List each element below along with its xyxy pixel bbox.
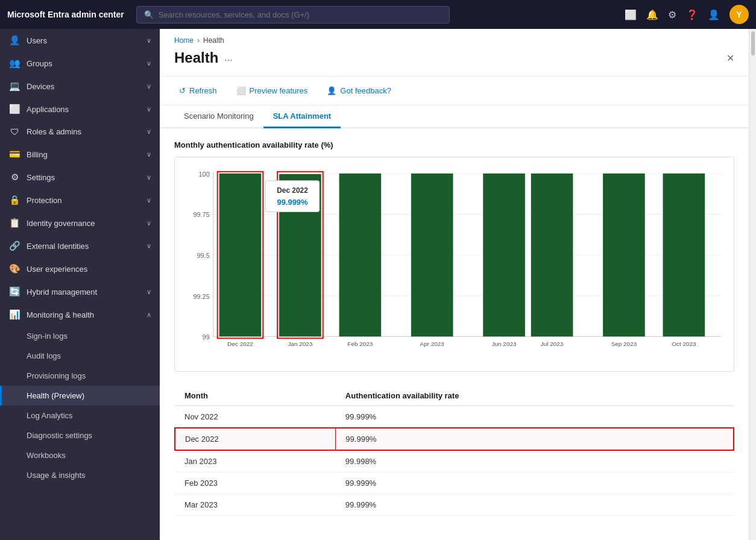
- sidebar-item-roles[interactable]: 🛡 Roles & admins ∨: [0, 121, 160, 143]
- chevron-down-icon: ∨: [146, 288, 151, 296]
- bar-jun2023[interactable]: [483, 174, 525, 336]
- scrollbar-track[interactable]: [749, 29, 756, 540]
- row-month: Jan 2023: [175, 450, 336, 472]
- svg-rect-16: [265, 181, 320, 212]
- bar-sep2023[interactable]: [603, 174, 645, 336]
- sidebar-label-user-exp: User experiences: [27, 265, 151, 274]
- feedback-icon[interactable]: ⬜: [625, 9, 637, 20]
- sidebar-label-groups: Groups: [27, 59, 140, 68]
- page-title: Health: [174, 49, 218, 66]
- chevron-down-icon: ∨: [146, 196, 151, 204]
- table-row-highlighted: Dec 2022 99.999%: [175, 428, 734, 450]
- identity-gov-icon: 📋: [8, 218, 20, 228]
- col-month: Month: [175, 386, 336, 406]
- sidebar-label-identity-gov: Identity governance: [27, 219, 140, 228]
- protection-icon: 🔒: [8, 195, 20, 206]
- sidebar-label-monitoring: Monitoring & health: [27, 310, 140, 319]
- sidebar-item-settings[interactable]: ⚙ Settings ∨: [0, 166, 160, 189]
- tab-sla-attainment[interactable]: SLA Attainment: [263, 105, 341, 128]
- sidebar-item-external[interactable]: 🔗 External Identities ∨: [0, 234, 160, 257]
- bar-feb2023[interactable]: [339, 174, 382, 336]
- sidebar-label-settings: Settings: [27, 173, 140, 182]
- sidebar-subitem-diagnostic-settings[interactable]: Diagnostic settings: [0, 425, 160, 445]
- table-row: Mar 2023 99.999%: [175, 494, 734, 516]
- sidebar-sublabel-diagnostic-settings: Diagnostic settings: [27, 431, 92, 440]
- search-bar[interactable]: 🔍: [136, 6, 450, 24]
- sidebar-item-monitoring[interactable]: 📊 Monitoring & health ∧: [0, 303, 160, 326]
- breadcrumb-home[interactable]: Home: [174, 36, 194, 45]
- sidebar-subitem-provisioning-logs[interactable]: Provisioning logs: [0, 366, 160, 386]
- sidebar-item-hybrid[interactable]: 🔄 Hybrid management ∨: [0, 280, 160, 303]
- feedback-label: Got feedback?: [340, 86, 391, 95]
- sidebar-subitem-usage-insights[interactable]: Usage & insights: [0, 465, 160, 485]
- users-icon: 👤: [8, 35, 20, 46]
- table-row: Nov 2022 99.999%: [175, 406, 734, 428]
- chevron-down-icon: ∨: [146, 83, 151, 90]
- row-month: Mar 2023: [175, 494, 336, 516]
- help-icon[interactable]: ❓: [686, 9, 698, 20]
- sidebar-subitem-audit-logs[interactable]: Audit logs: [0, 346, 160, 366]
- sidebar-item-applications[interactable]: ⬜ Applications ∨: [0, 98, 160, 121]
- svg-text:99: 99: [203, 333, 210, 341]
- bar-apr2023[interactable]: [411, 174, 453, 336]
- search-input[interactable]: [159, 10, 442, 19]
- sidebar-item-groups[interactable]: 👥 Groups ∨: [0, 52, 160, 75]
- devices-icon: 💻: [8, 81, 20, 92]
- toolbar: ↺ Refresh ⬜ Preview features 👤 Got feedb…: [160, 77, 749, 105]
- bar-chart: 100 99.75 99.5 99.25 99: [184, 167, 724, 360]
- sidebar-item-identity-gov[interactable]: 📋 Identity governance ∨: [0, 212, 160, 234]
- breadcrumb-current: Health: [203, 36, 224, 45]
- bar-jul2023[interactable]: [531, 174, 573, 336]
- scrollbar-thumb[interactable]: [751, 31, 755, 55]
- avatar[interactable]: Y: [729, 5, 749, 24]
- chevron-down-icon: ∨: [146, 105, 151, 113]
- row-month: Dec 2022: [175, 428, 336, 450]
- chevron-down-icon: ∨: [146, 37, 151, 45]
- svg-text:Jul 2023: Jul 2023: [541, 341, 564, 347]
- sidebar-subitem-log-analytics[interactable]: Log Analytics: [0, 406, 160, 425]
- feedback-nav-icon: 👤: [327, 86, 336, 95]
- svg-text:Jun 2023: Jun 2023: [492, 341, 517, 347]
- sidebar-sublabel-workbooks: Workbooks: [27, 451, 66, 460]
- chart-container: 100 99.75 99.5 99.25 99: [174, 157, 734, 372]
- sidebar-label-applications: Applications: [27, 105, 140, 114]
- people-icon[interactable]: 👤: [708, 9, 720, 20]
- settings-icon[interactable]: ⚙: [668, 9, 676, 20]
- bar-dec2022[interactable]: [219, 174, 262, 336]
- chart-title: Monthly authentication availability rate…: [174, 140, 734, 149]
- availability-table: Month Authentication availability rate N…: [174, 386, 734, 516]
- svg-text:Jan 2023: Jan 2023: [288, 341, 312, 347]
- svg-text:99.5: 99.5: [197, 252, 210, 259]
- notifications-icon[interactable]: 🔔: [646, 9, 658, 20]
- tab-scenario-monitoring[interactable]: Scenario Monitoring: [174, 105, 263, 128]
- preview-features-button[interactable]: ⬜ Preview features: [232, 84, 313, 98]
- sidebar-item-users[interactable]: 👤 Users ∨: [0, 29, 160, 52]
- feedback-button[interactable]: 👤 Got feedback?: [322, 84, 396, 98]
- sidebar-item-billing[interactable]: 💳 Billing ∨: [0, 143, 160, 166]
- chevron-down-icon: ∨: [146, 174, 151, 181]
- chevron-down-icon: ∨: [146, 242, 151, 250]
- applications-icon: ⬜: [8, 104, 20, 115]
- sidebar-item-protection[interactable]: 🔒 Protection ∨: [0, 189, 160, 212]
- sidebar-sublabel-log-analytics: Log Analytics: [27, 411, 73, 420]
- sidebar-subitem-sign-in-logs[interactable]: Sign-in logs: [0, 326, 160, 346]
- sidebar: 👤 Users ∨ 👥 Groups ∨ 💻 Devices ∨ ⬜ Appli…: [0, 29, 160, 540]
- refresh-icon: ↺: [179, 86, 186, 95]
- svg-text:99.75: 99.75: [193, 211, 209, 218]
- main-content: Home › Health Health ... ✕ ↺ Refresh ⬜ P…: [160, 29, 749, 540]
- sidebar-label-roles: Roles & admins: [27, 127, 140, 136]
- close-button[interactable]: ✕: [726, 52, 734, 64]
- svg-text:Apr 2023: Apr 2023: [420, 341, 445, 347]
- more-button[interactable]: ...: [224, 52, 232, 63]
- refresh-label: Refresh: [189, 86, 217, 95]
- refresh-button[interactable]: ↺ Refresh: [174, 84, 222, 98]
- svg-text:Oct 2023: Oct 2023: [672, 341, 696, 347]
- row-month: Feb 2023: [175, 472, 336, 494]
- sidebar-sublabel-audit-logs: Audit logs: [27, 351, 61, 360]
- sidebar-sublabel-provisioning-logs: Provisioning logs: [27, 371, 86, 380]
- sidebar-item-devices[interactable]: 💻 Devices ∨: [0, 75, 160, 98]
- sidebar-item-user-exp[interactable]: 🎨 User experiences: [0, 257, 160, 280]
- sidebar-subitem-workbooks[interactable]: Workbooks: [0, 445, 160, 465]
- bar-oct2023[interactable]: [663, 174, 705, 336]
- sidebar-subitem-health-preview[interactable]: Health (Preview): [0, 386, 160, 406]
